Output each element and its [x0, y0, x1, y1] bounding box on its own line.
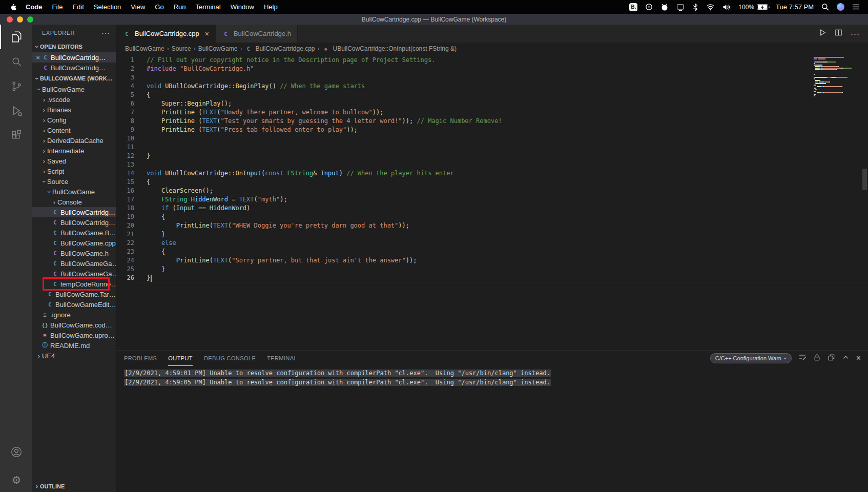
zoom-window-button[interactable] [27, 16, 33, 23]
clear-output-icon[interactable] [798, 353, 807, 363]
code-line[interactable]: 6 Super::BeginPlay(); [117, 99, 868, 108]
tree-folder--vscode[interactable]: ›.vscode [32, 94, 116, 105]
code-line[interactable]: 26} [117, 274, 868, 282]
settings-gear-icon[interactable]: ⚙ [0, 467, 32, 492]
tree-folder-saved[interactable]: ›Saved [32, 156, 116, 166]
breadcrumb-item[interactable]: BullCowGame [125, 45, 164, 52]
code-editor[interactable]: 1// Fill out your copyright notice in th… [117, 55, 868, 350]
code-line[interactable]: 7 PrintLine (TEXT("Howdy there partner, … [117, 108, 868, 117]
tree-folder-ue4[interactable]: ›UE4 [32, 351, 116, 361]
code-line[interactable]: 10 [117, 134, 868, 143]
tree-file-bullcowgame-cpp[interactable]: CBullCowGame.cpp [32, 238, 116, 248]
tree-folder-source[interactable]: ›Source [32, 176, 116, 187]
tree-folder-bullcowgame[interactable]: ›BullCowGame [32, 84, 116, 94]
open-in-editor-icon[interactable] [828, 354, 835, 363]
github-icon[interactable] [660, 3, 669, 11]
apple-logo-icon[interactable] [9, 3, 16, 11]
open-editors-section-header[interactable]: › OPEN EDITORS [32, 41, 116, 52]
panel-tab-debug-console[interactable]: DEBUG CONSOLE [204, 351, 256, 366]
code-line[interactable]: 21 } [117, 230, 868, 239]
tree-file-bullcowcartridg-[interactable]: CBullCowCartridg… [32, 217, 116, 228]
menu-extra-app-icon[interactable]: B. [629, 3, 637, 11]
code-line[interactable]: 20 PrintLine(TEXT("WHEW Doggie you're pr… [117, 221, 868, 230]
control-center-icon[interactable] [852, 4, 860, 10]
output-channel-dropdown[interactable]: C/C++ Configuration Warn › [710, 353, 792, 363]
tree-file-bullcowgameedit-[interactable]: CBullCowGameEdit… [32, 299, 116, 310]
minimize-window-button[interactable] [17, 16, 23, 23]
volume-icon[interactable] [722, 4, 731, 11]
code-line[interactable]: 2#include "BullCowCartridge.h" [117, 65, 868, 73]
code-line[interactable]: 25 } [117, 265, 868, 274]
code-line[interactable]: 24 PrintLine(TEXT("Sorry partner, but th… [117, 256, 868, 265]
search-icon[interactable] [0, 49, 32, 74]
code-line[interactable]: 4void UBullCowCartridge::BeginPlay() // … [117, 82, 868, 91]
accounts-icon[interactable] [0, 440, 32, 464]
tree-folder-script[interactable]: ›Script [32, 166, 116, 176]
code-line[interactable]: 12} [117, 152, 868, 160]
code-line[interactable]: 9 PrintLine (TEXT("Press tab followed en… [117, 126, 868, 134]
more-actions-icon[interactable]: ··· [851, 29, 860, 38]
code-line[interactable]: 11 [117, 143, 868, 152]
breadcrumb-item[interactable]: CBullCowCartridge.cpp [244, 45, 315, 52]
window-titlebar[interactable]: BullCowCartridge.cpp — BullCowGame (Work… [0, 14, 868, 25]
tree-file-bullcowgame-h[interactable]: CBullCowGame.h [32, 248, 116, 258]
workspace-section-header[interactable]: › BULLCOWGAME (WORK… [32, 73, 116, 84]
breadcrumb-item[interactable]: Source [172, 45, 191, 52]
menu-code[interactable]: Code [26, 3, 43, 11]
tree-file-tempcoderunne-[interactable]: CtempCodeRunne… [32, 279, 116, 289]
maximize-panel-icon[interactable] [842, 354, 850, 363]
explorer-icon[interactable] [0, 25, 32, 49]
spotlight-icon[interactable] [821, 3, 829, 11]
close-editor-icon[interactable]: × [34, 54, 42, 61]
menu-help[interactable]: Help [264, 3, 278, 11]
code-line[interactable]: 13 [117, 160, 868, 169]
menu-go[interactable]: Go [155, 3, 163, 11]
circle-menu-icon[interactable] [645, 3, 653, 11]
code-line[interactable]: 14void UBullCowCartridge::OnInput(const … [117, 169, 868, 178]
code-line[interactable]: 17 FString HiddenWord = TEXT("myth"); [117, 195, 868, 204]
breadcrumb-item[interactable]: ❖UBullCowCartridge::OnInput(const FStrin… [322, 45, 457, 52]
editor-scrollbar[interactable] [862, 169, 867, 190]
tree-folder-content[interactable]: ›Content [32, 125, 116, 135]
tree-folder-intermediate[interactable]: ›Intermediate [32, 146, 116, 156]
open-editor-item[interactable]: ×CBullCowCartridg… [32, 52, 116, 63]
tree-folder-binaries[interactable]: ›Binaries [32, 105, 116, 115]
run-code-icon[interactable] [819, 29, 826, 38]
extensions-icon[interactable] [0, 123, 32, 148]
menu-terminal[interactable]: Terminal [196, 3, 221, 11]
menubar-clock[interactable]: Tue 7:57 PM [776, 3, 814, 11]
code-line[interactable]: 5{ [117, 91, 868, 99]
panel-tab-problems[interactable]: PROBLEMS [124, 351, 157, 366]
tree-file-readme-md[interactable]: ⓘREADME.md [32, 340, 116, 351]
tree-file--ignore[interactable]: ≡.ignore [32, 310, 116, 320]
code-line[interactable]: 1// Fill out your copyright notice in th… [117, 56, 868, 65]
code-line[interactable]: 8 PrintLine (TEXT("Test your smarts by g… [117, 117, 868, 126]
code-line[interactable]: 3 [117, 73, 868, 82]
bluetooth-icon[interactable] [692, 3, 698, 11]
tree-folder-bullcowgame[interactable]: ›BullCowGame [32, 187, 116, 197]
close-window-button[interactable] [7, 16, 13, 23]
tree-file-bullcowgame-cod-[interactable]: {}BullCowGame.cod… [32, 320, 116, 330]
code-line[interactable]: 18 if (Input == HiddenWord) [117, 204, 868, 213]
open-editor-item[interactable]: CBullCowCartridg… [32, 63, 116, 73]
siri-icon[interactable] [837, 3, 844, 11]
code-line[interactable]: 19 { [117, 213, 868, 221]
tree-folder-deriveddatacache[interactable]: ›DerivedDataCache [32, 135, 116, 146]
menu-edit[interactable]: Edit [72, 3, 84, 11]
code-line[interactable]: 22 else [117, 239, 868, 248]
menu-file[interactable]: File [52, 3, 63, 11]
menu-run[interactable]: Run [174, 3, 186, 11]
editor-tab-bullcowcartridge.h[interactable]: CBullCowCartridge.h [216, 25, 298, 43]
code-line[interactable]: 16 ClearScreen(); [117, 187, 868, 195]
tree-file-bullcowgame-upro-[interactable]: ≡BullCowGame.upro… [32, 330, 116, 340]
source-control-icon[interactable] [0, 74, 32, 98]
tree-file-bullcowgamega-[interactable]: CBullCowGameGa… [32, 258, 116, 269]
menu-window[interactable]: Window [231, 3, 254, 11]
run-debug-icon[interactable] [0, 98, 32, 123]
output-log[interactable]: [2/9/2021, 4:59:01 PM] Unable to resolve… [117, 366, 868, 387]
wifi-icon[interactable] [706, 3, 715, 11]
tree-file-bullcowgamega-[interactable]: CBullCowGameGa… [32, 269, 116, 279]
split-editor-icon[interactable] [835, 29, 842, 38]
outline-section-header[interactable]: › OUTLINE [32, 480, 116, 492]
close-tab-icon[interactable]: × [205, 30, 209, 38]
